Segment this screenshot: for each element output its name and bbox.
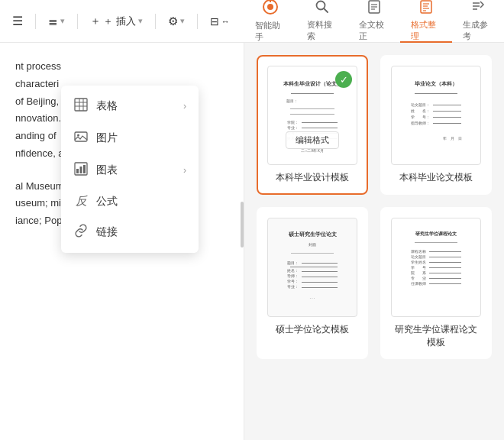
editor-scrollbar[interactable] xyxy=(241,202,244,247)
menu-item-table[interactable]: 表格 › xyxy=(61,90,199,122)
insert-button[interactable]: ＋ ＋ 插入 ▾ xyxy=(86,11,147,31)
menu-item-image-label: 图片 xyxy=(96,131,118,145)
right-tabs: 智能助手 资料搜索 xyxy=(244,0,504,43)
svg-rect-27 xyxy=(83,165,86,173)
tab-proofread[interactable]: 全文校正 xyxy=(348,0,400,43)
tab-search[interactable]: 资料搜索 xyxy=(296,0,348,43)
tab-format-label: 格式整理 xyxy=(411,19,441,42)
selected-check-badge: ✓ xyxy=(335,71,352,88)
svg-rect-25 xyxy=(76,169,79,173)
templates-grid: 本科生毕业设计（论文） 题目： 学院： 专业： 学号： 姓名： 二○二X年X月 xyxy=(257,55,492,359)
svg-point-23 xyxy=(77,134,79,137)
menu-item-link-label: 链接 xyxy=(96,225,118,239)
template-preview-undergrad-design: 本科生毕业设计（论文） 题目： 学院： 专业： 学号： 姓名： 二○二X年X月 xyxy=(267,66,357,165)
template-preview-master-thesis: 硕士研究生学位论文 封面 题目： 姓名： 导师： 学号： 专业： · · · xyxy=(267,218,357,317)
hamburger-menu-button[interactable]: ☰ xyxy=(8,12,27,31)
templates-panel: 本科生毕业设计（论文） 题目： 学院： 专业： 学号： 姓名： 二○二X年X月 xyxy=(244,43,504,440)
divider-2 xyxy=(77,14,78,29)
template-preview-undergrad-thesis: 毕业论文（本科） 论文题目： 姓 名： 学 号： 指导教师： 年 月 日 xyxy=(391,66,481,165)
chart-icon xyxy=(73,162,89,179)
menu-item-chart-label: 图表 xyxy=(96,163,118,177)
svg-rect-17 xyxy=(75,99,87,111)
tab-smart-assistant-label: 智能助手 xyxy=(255,20,286,43)
template-card-phd-course[interactable]: 研究生学位课程论文 课程名称 论文题目 学生姓名 学 号 院 系 专 业 任课教… xyxy=(380,207,492,360)
tab-proofread-label: 全文校正 xyxy=(359,19,389,42)
template-name-undergrad-design: 本科毕业设计模板 xyxy=(267,171,357,184)
template-name-phd-course: 研究生学位课程论文模板 xyxy=(391,323,481,349)
menu-item-link[interactable]: 链接 xyxy=(61,216,199,248)
svg-point-1 xyxy=(267,4,273,10)
format-icon xyxy=(418,0,434,17)
tab-reference[interactable]: 生成参考 xyxy=(452,0,504,43)
smart-assistant-icon xyxy=(262,0,279,18)
tab-reference-label: 生成参考 xyxy=(463,19,493,42)
menu-item-formula[interactable]: 反 公式 xyxy=(61,186,199,216)
proofread-icon xyxy=(367,0,382,17)
tab-search-label: 资料搜索 xyxy=(307,19,338,42)
table-arrow-icon: › xyxy=(183,101,186,112)
table-icon xyxy=(73,98,89,115)
format-view-button[interactable]: ⊟ ↔ xyxy=(205,12,234,31)
search-icon xyxy=(315,0,330,17)
edit-format-button[interactable]: 编辑格式 xyxy=(286,131,339,149)
template-preview-phd-course: 研究生学位课程论文 课程名称 论文题目 学生姓名 学 号 院 系 专 业 任课教… xyxy=(391,218,481,317)
svg-line-4 xyxy=(325,8,328,12)
insert-dropdown-menu: 表格 › 图片 xyxy=(61,86,199,253)
paragraph-format-button[interactable]: ≣ ▾ xyxy=(44,11,69,31)
toolbar-right: 智能助手 资料搜索 xyxy=(244,0,504,43)
divider-3 xyxy=(155,14,156,29)
reference-icon xyxy=(470,0,486,17)
template-name-undergrad-thesis: 本科毕业论文模板 xyxy=(391,171,481,184)
image-icon xyxy=(73,130,89,147)
template-card-undergrad-thesis[interactable]: 毕业论文（本科） 论文题目： 姓 名： 学 号： 指导教师： 年 月 日 本科毕… xyxy=(380,55,492,195)
menu-item-formula-label: 公式 xyxy=(96,195,118,209)
svg-rect-22 xyxy=(75,132,87,141)
svg-rect-26 xyxy=(80,167,82,173)
link-icon xyxy=(73,224,89,241)
chart-arrow-icon: › xyxy=(183,165,186,176)
toolbar-left: ☰ ≣ ▾ ＋ ＋ 插入 ▾ ⚙ ▾ ⊟ ↔ xyxy=(0,11,244,31)
template-card-undergrad-design[interactable]: 本科生毕业设计（论文） 题目： 学院： 专业： 学号： 姓名： 二○二X年X月 xyxy=(257,55,368,195)
template-name-master-thesis: 硕士学位论文模板 xyxy=(267,323,357,336)
template-card-master-thesis[interactable]: 硕士研究生学位论文 封面 题目： 姓名： 导师： 学号： 专业： · · · xyxy=(257,207,368,360)
main-area: nt process characteri of Beijing, nnovat… xyxy=(0,43,504,440)
tab-smart-assistant[interactable]: 智能助手 xyxy=(244,0,296,43)
formula-icon: 反 xyxy=(73,194,89,209)
svg-point-3 xyxy=(317,1,325,9)
menu-item-table-label: 表格 xyxy=(96,99,118,113)
divider-4 xyxy=(197,14,198,29)
tools-button[interactable]: ⚙ ▾ xyxy=(163,11,189,31)
divider-1 xyxy=(35,14,36,29)
tab-format[interactable]: 格式整理 xyxy=(400,0,452,43)
menu-item-image[interactable]: 图片 xyxy=(61,122,199,154)
top-toolbar: ☰ ≣ ▾ ＋ ＋ 插入 ▾ ⚙ ▾ ⊟ ↔ xyxy=(0,0,504,43)
menu-item-chart[interactable]: 图表 › xyxy=(61,154,199,186)
svg-rect-9 xyxy=(421,1,431,13)
